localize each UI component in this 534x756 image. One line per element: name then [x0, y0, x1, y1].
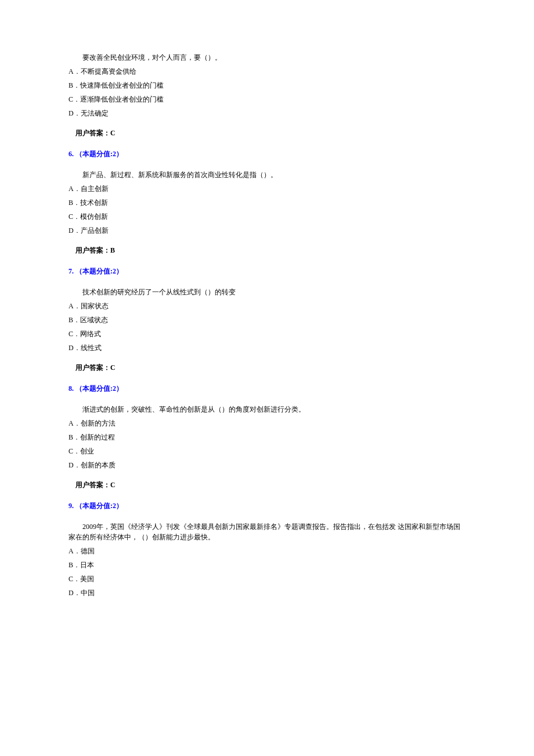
question-option: D．无法确定 [68, 108, 466, 118]
question-stem: 要改善全民创业环境，对个人而言，要（）。 [68, 52, 466, 63]
question-option: C．美国 [68, 574, 466, 584]
question-option: D．创新的本质 [68, 460, 466, 470]
question-number: 8. [68, 384, 74, 393]
question-block: 技术创新的研究经历了一个从线性式到（）的转变 A．国家状态 B．区域状态 C．网… [68, 287, 466, 373]
question-option: B．日本 [68, 560, 466, 570]
exam-page: 要改善全民创业环境，对个人而言，要（）。 A．不断提高资金供给 B．快速降低创业… [0, 0, 534, 643]
question-option: D．线性式 [68, 343, 466, 353]
question-option: A．国家状态 [68, 301, 466, 311]
user-answer: 用户答案：C [68, 362, 466, 373]
question-option: A．自主创新 [68, 183, 466, 194]
user-answer: 用户答案：C [68, 480, 466, 490]
question-option: D．产品创新 [68, 225, 466, 236]
question-stem: 2009年，英国《经济学人》刊发《全球最具创新力国家最新排名》专题调查报告。报告… [68, 521, 466, 542]
question-option: A．创新的方法 [68, 418, 466, 429]
question-stem: 新产品、新过程、新系统和新服务的首次商业性转化是指（）。 [68, 170, 466, 180]
question-score: （本题分值:2） [75, 502, 123, 510]
question-block: 要改善全民创业环境，对个人而言，要（）。 A．不断提高资金供给 B．快速降低创业… [68, 52, 466, 138]
question-header: 7. （本题分值:2） [68, 266, 466, 276]
question-stem: 技术创新的研究经历了一个从线性式到（）的转变 [68, 287, 466, 297]
question-score: （本题分值:2） [75, 150, 123, 158]
question-option: D．中国 [68, 588, 466, 598]
question-option: C．网络式 [68, 329, 466, 339]
question-score: （本题分值:2） [75, 384, 123, 393]
user-answer: 用户答案：B [68, 245, 466, 255]
question-option: A．德国 [68, 546, 466, 556]
question-score: （本题分值:2） [75, 267, 123, 275]
question-block: 2009年，英国《经济学人》刊发《全球最具创新力国家最新排名》专题调查报告。报告… [68, 521, 466, 598]
question-number: 7. [68, 267, 74, 275]
question-option: B．技术创新 [68, 197, 466, 208]
question-option: B．区域状态 [68, 315, 466, 325]
question-header: 8. （本题分值:2） [68, 383, 466, 394]
question-option: C．创业 [68, 446, 466, 456]
question-option: A．不断提高资金供给 [68, 66, 466, 77]
question-option: C．模仿创新 [68, 211, 466, 222]
question-stem: 渐进式的创新，突破性、革命性的创新是从（）的角度对创新进行分类。 [68, 404, 466, 415]
question-option: B．快速降低创业者创业的门槛 [68, 80, 466, 91]
user-answer: 用户答案：C [68, 128, 466, 138]
question-header: 6. （本题分值:2） [68, 149, 466, 159]
question-option: C．逐渐降低创业者创业的门槛 [68, 94, 466, 105]
question-number: 9. [68, 502, 74, 510]
question-header: 9. （本题分值:2） [68, 501, 466, 511]
question-option: B．创新的过程 [68, 432, 466, 442]
question-block: 新产品、新过程、新系统和新服务的首次商业性转化是指（）。 A．自主创新 B．技术… [68, 170, 466, 255]
question-number: 6. [68, 150, 74, 158]
question-block: 渐进式的创新，突破性、革命性的创新是从（）的角度对创新进行分类。 A．创新的方法… [68, 404, 466, 490]
